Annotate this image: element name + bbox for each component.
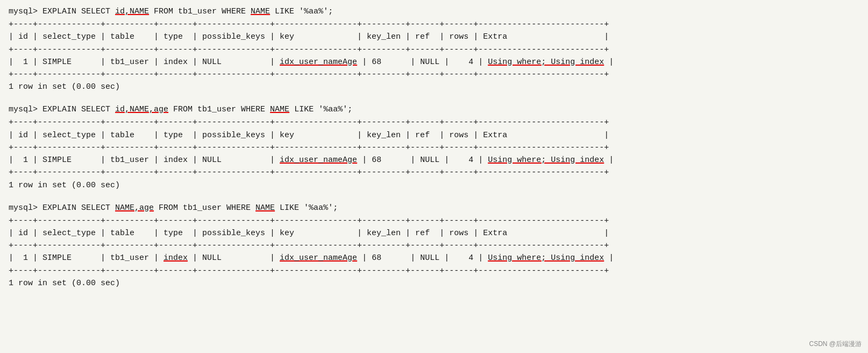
- key-value-1: idx_user_nameAge: [280, 58, 357, 67]
- extra-value-2: Using where; Using index: [488, 156, 604, 165]
- cmd-prefix-1: mysql> EXPLAIN SELECT: [9, 7, 115, 16]
- cmd-mid-2b: LIKE '%aa%';: [289, 105, 352, 114]
- cmd-mid-3a: FROM tb1_user WHERE: [154, 203, 255, 213]
- key-value-2: idx_user_nameAge: [280, 156, 357, 165]
- table-3: +----+-------------+----------+-------+-…: [9, 215, 859, 277]
- command-3: mysql> EXPLAIN SELECT NAME,age FROM tb1_…: [9, 202, 859, 215]
- table-1: +----+-------------+----------+-------+-…: [9, 18, 859, 81]
- cmd-highlight-1a: id,NAME: [115, 7, 149, 16]
- result-1: 1 row in set (0.00 sec): [9, 81, 859, 94]
- cmd-highlight-2a: id,NAME,age: [115, 105, 168, 114]
- command-2: mysql> EXPLAIN SELECT id,NAME,age FROM t…: [9, 103, 859, 116]
- sql-block-3: mysql> EXPLAIN SELECT NAME,age FROM tb1_…: [9, 202, 859, 290]
- cmd-highlight-2b: NAME: [270, 105, 289, 114]
- result-3: 1 row in set (0.00 sec): [9, 277, 859, 290]
- sql-block-1: mysql> EXPLAIN SELECT id,NAME FROM tb1_u…: [9, 5, 859, 94]
- cmd-highlight-3b: NAME: [255, 203, 275, 213]
- cmd-highlight-3a: NAME,age: [115, 203, 154, 213]
- result-2: 1 row in set (0.00 sec): [9, 179, 859, 192]
- extra-value-3: Using where; Using index: [488, 253, 604, 263]
- extra-value-1: Using where; Using index: [488, 58, 604, 67]
- command-1: mysql> EXPLAIN SELECT id,NAME FROM tb1_u…: [9, 5, 859, 18]
- cmd-mid-3b: LIKE '%aa%';: [275, 203, 338, 213]
- table-2: +----+-------------+----------+-------+-…: [9, 116, 859, 179]
- cmd-mid-1b: LIKE '%aa%';: [270, 7, 333, 16]
- cmd-prefix-3: mysql> EXPLAIN SELECT: [9, 203, 115, 213]
- cmd-highlight-1b: NAME: [251, 7, 270, 16]
- sql-block-2: mysql> EXPLAIN SELECT id,NAME,age FROM t…: [9, 103, 859, 192]
- cmd-prefix-2: mysql> EXPLAIN SELECT: [9, 105, 115, 114]
- key-value-3: idx_user_nameAge: [280, 253, 357, 263]
- cmd-mid-2a: FROM tb1_user WHERE: [168, 105, 270, 114]
- cmd-mid-1a: FROM tb1_user WHERE: [149, 7, 251, 16]
- watermark: CSDN @后端漫游: [809, 340, 862, 349]
- type-value-3: index: [163, 253, 188, 263]
